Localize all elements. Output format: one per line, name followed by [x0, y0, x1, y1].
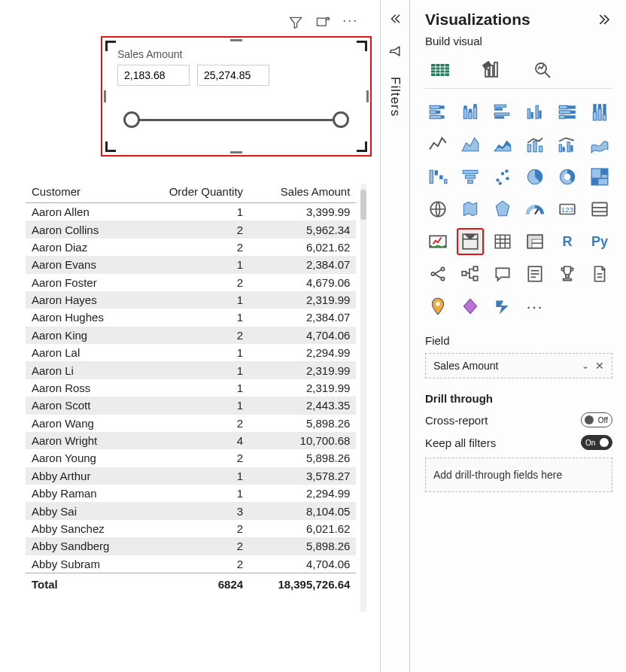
cross-report-toggle[interactable]: Off [581, 412, 612, 427]
table-row[interactable]: Abby Subram24,704.06 [26, 555, 356, 573]
filter-icon[interactable] [288, 15, 303, 30]
slider-thumb-max[interactable] [333, 111, 349, 128]
tab-analytics[interactable] [532, 55, 553, 88]
viz-key-influencers[interactable] [425, 261, 451, 287]
slicer-visual[interactable]: Sales Amount [101, 36, 372, 157]
resize-handle-tl[interactable] [105, 41, 116, 51]
viz-arcgis[interactable] [425, 293, 451, 319]
table-row[interactable]: Aaron Li12,319.99 [26, 361, 356, 379]
viz-area[interactable] [457, 132, 483, 157]
viz-100-stacked-column[interactable] [587, 99, 612, 125]
slicer-max-input[interactable] [197, 65, 269, 86]
table-row[interactable]: Abby Sanchez26,021.62 [26, 520, 356, 537]
viz-line[interactable] [425, 132, 451, 157]
viz-waterfall[interactable] [425, 164, 451, 190]
viz-line-stacked-column[interactable] [522, 132, 548, 157]
table-row[interactable]: Aaron Scott12,443.35 [26, 397, 356, 414]
viz-table[interactable] [490, 229, 515, 254]
viz-card[interactable]: 123 [555, 196, 580, 222]
svg-point-94 [431, 272, 434, 275]
filters-icon[interactable] [387, 44, 403, 59]
table-row[interactable]: Aaron Wright410,700.68 [26, 432, 356, 449]
table-row[interactable]: Aaron Hayes12,319.99 [26, 291, 356, 309]
table-row[interactable]: Aaron Hughes12,384.07 [26, 309, 356, 326]
filters-label[interactable]: Filters [387, 77, 403, 117]
keep-filters-toggle[interactable]: On [581, 435, 612, 450]
viz-pie[interactable] [522, 164, 548, 190]
viz-narrative[interactable] [522, 261, 548, 287]
table-row[interactable]: Aaron Young25,898.26 [26, 449, 356, 467]
slicer-min-input[interactable] [117, 65, 190, 86]
viz-clustered-column[interactable] [522, 99, 548, 125]
resize-handle-bottom[interactable] [230, 151, 242, 154]
table-row[interactable]: Aaron Wang25,898.26 [26, 415, 356, 432]
viz-power-automate[interactable] [490, 293, 515, 319]
drill-through-dropzone[interactable]: Add drill-through fields here [425, 458, 612, 492]
slider-track[interactable] [131, 119, 342, 121]
scrollbar-thumb[interactable] [360, 190, 366, 220]
svg-rect-34 [559, 105, 567, 108]
viz-ribbon[interactable] [587, 132, 612, 157]
viz-scatter[interactable] [490, 164, 515, 190]
resize-handle-br[interactable] [357, 141, 367, 152]
viz-line-clustered-column[interactable] [555, 132, 580, 157]
viz-gauge[interactable] [522, 196, 548, 222]
viz-r-visual[interactable]: R [555, 229, 580, 254]
table-row[interactable]: Abby Arthur13,578.27 [26, 467, 356, 485]
viz-power-apps[interactable] [457, 293, 483, 319]
viz-more[interactable]: ··· [522, 293, 548, 319]
viz-treemap[interactable] [587, 164, 612, 190]
viz-stacked-column[interactable] [457, 99, 483, 125]
resize-handle-right[interactable] [366, 90, 369, 102]
viz-stacked-area[interactable] [490, 132, 515, 157]
table-row[interactable]: Aaron Evans12,384.07 [26, 256, 356, 273]
viz-funnel[interactable] [457, 164, 483, 190]
collapse-pane-icon[interactable] [597, 12, 612, 27]
tab-format-visual[interactable] [481, 55, 502, 88]
viz-kpi[interactable] [425, 229, 451, 254]
table-row[interactable]: Aaron Collins25,962.34 [26, 220, 356, 238]
more-options-icon[interactable]: ··· [342, 15, 357, 30]
table-row[interactable]: Aaron Allen13,399.99 [26, 203, 356, 221]
table-row[interactable]: Abby Raman12,294.99 [26, 485, 356, 502]
svg-rect-58 [468, 180, 473, 183]
field-menu-chevron-icon[interactable]: ⌄ [582, 360, 589, 371]
field-well-sales-amount[interactable]: Sales Amount ⌄ ✕ [425, 353, 612, 379]
viz-map[interactable] [425, 196, 451, 222]
viz-filled-map[interactable] [457, 196, 483, 222]
viz-matrix[interactable] [522, 229, 548, 254]
viz-goals[interactable] [555, 261, 580, 287]
viz-100-stacked-bar[interactable] [555, 99, 580, 125]
table-row[interactable]: Aaron Lal12,294.99 [26, 344, 356, 361]
table-row[interactable]: Aaron Diaz26,021.62 [26, 239, 356, 256]
viz-decomposition-tree[interactable] [457, 261, 483, 287]
table-row[interactable]: Abby Sandberg25,898.26 [26, 537, 356, 555]
table-row[interactable]: Aaron Ross12,319.99 [26, 379, 356, 397]
viz-donut[interactable] [555, 164, 580, 190]
viz-py-visual[interactable]: Py [587, 229, 612, 254]
viz-azure-map[interactable] [490, 196, 515, 222]
viz-slicer[interactable] [457, 229, 483, 254]
field-remove-icon[interactable]: ✕ [595, 360, 604, 372]
resize-handle-bl[interactable] [105, 141, 116, 152]
table-visual[interactable]: Customer Order Quantity Sales Amount Aar… [26, 181, 356, 649]
table-row[interactable]: Aaron Foster24,679.06 [26, 274, 356, 291]
resize-handle-top[interactable] [230, 39, 242, 41]
focus-mode-icon[interactable] [315, 15, 330, 30]
viz-paginated[interactable] [587, 261, 612, 287]
col-sales-amount[interactable]: Sales Amount [249, 181, 356, 203]
table-row[interactable]: Abby Sai38,104.05 [26, 502, 356, 519]
tab-build-visual[interactable] [430, 55, 451, 88]
viz-multi-row-card[interactable] [587, 196, 612, 222]
col-customer[interactable]: Customer [26, 181, 140, 203]
resize-handle-left[interactable] [104, 90, 106, 102]
slider-thumb-min[interactable] [123, 111, 140, 128]
expand-pane-icon[interactable] [388, 12, 402, 26]
viz-clustered-bar[interactable] [490, 99, 515, 125]
viz-stacked-bar[interactable] [425, 99, 451, 125]
table-row[interactable]: Aaron King24,704.06 [26, 327, 356, 344]
scrollbar-track[interactable] [360, 184, 366, 612]
viz-qna[interactable] [490, 261, 515, 287]
resize-handle-tr[interactable] [357, 41, 367, 51]
col-order-qty[interactable]: Order Quantity [140, 181, 249, 203]
